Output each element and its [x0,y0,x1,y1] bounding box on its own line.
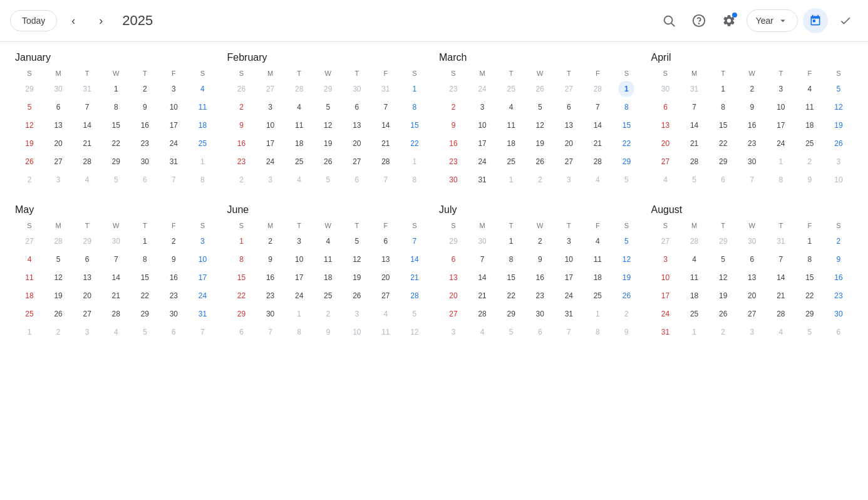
day-cell[interactable]: 20 [50,135,66,152]
day-cell[interactable]: 20 [744,288,760,304]
day-cell[interactable]: 27 [262,81,279,97]
day-cell[interactable]: 12 [349,251,365,268]
month-title-march[interactable]: March [439,52,641,63]
day-cell[interactable]: 31 [658,324,674,340]
day-cell[interactable]: 19 [320,135,336,152]
day-cell[interactable]: 2 [618,306,634,322]
day-cell[interactable]: 8 [234,251,250,268]
day-cell[interactable]: 7 [589,99,606,115]
day-cell[interactable]: 13 [349,117,365,133]
day-cell[interactable]: 6 [830,324,847,340]
day-cell[interactable]: 3 [194,233,210,249]
day-cell[interactable]: 14 [686,117,703,133]
day-cell[interactable]: 10 [561,251,577,268]
day-cell[interactable]: 26 [21,154,38,170]
day-cell[interactable]: 18 [589,269,606,286]
day-cell[interactable]: 28 [291,81,307,97]
day-cell[interactable]: 30 [108,233,124,249]
day-cell[interactable]: 2 [532,172,548,188]
day-cell[interactable]: 13 [744,269,760,286]
day-cell[interactable]: 24 [658,306,674,322]
day-cell[interactable]: 3 [561,233,577,249]
day-cell[interactable]: 7 [406,233,423,249]
day-cell[interactable]: 30 [532,306,548,322]
day-cell[interactable]: 27 [79,306,95,322]
day-cell[interactable]: 5 [830,81,847,97]
day-cell[interactable]: 17 [291,269,307,286]
day-cell[interactable]: 4 [503,99,519,115]
day-cell[interactable]: 3 [445,324,462,340]
day-cell[interactable]: 24 [262,154,279,170]
day-cell[interactable]: 3 [349,306,365,322]
day-cell[interactable]: 10 [194,251,210,268]
day-cell[interactable]: 2 [234,99,250,115]
day-cell[interactable]: 1 [291,306,307,322]
day-cell[interactable]: 29 [445,233,462,249]
day-cell[interactable]: 28 [589,81,606,97]
prev-button[interactable]: ‹ [62,9,85,32]
day-cell[interactable]: 13 [378,251,394,268]
day-cell[interactable]: 31 [474,172,490,188]
day-cell[interactable]: 17 [658,288,674,304]
day-cell[interactable]: 30 [349,81,365,97]
day-cell[interactable]: 27 [658,154,674,170]
day-cell[interactable]: 4 [194,81,210,97]
day-cell[interactable]: 2 [21,172,38,188]
day-cell[interactable]: 7 [686,99,703,115]
day-cell[interactable]: 2 [830,233,847,249]
day-cell[interactable]: 29 [108,154,124,170]
day-cell[interactable]: 10 [349,324,365,340]
day-cell[interactable]: 15 [108,117,124,133]
day-cell[interactable]: 12 [830,99,847,115]
day-cell[interactable]: 24 [474,154,490,170]
day-cell[interactable]: 18 [503,135,519,152]
day-cell[interactable]: 2 [445,99,462,115]
day-cell[interactable]: 12 [320,117,336,133]
day-cell[interactable]: 21 [108,288,124,304]
day-cell[interactable]: 26 [532,81,548,97]
day-cell[interactable]: 2 [50,324,66,340]
day-cell[interactable]: 12 [618,251,634,268]
day-cell[interactable]: 13 [50,117,66,133]
day-cell[interactable]: 30 [445,172,462,188]
day-cell[interactable]: 1 [108,81,124,97]
day-cell[interactable]: 29 [137,306,153,322]
day-cell[interactable]: 27 [658,233,674,249]
day-cell[interactable]: 23 [445,81,462,97]
day-cell[interactable]: 19 [349,269,365,286]
day-cell[interactable]: 4 [474,324,490,340]
day-cell[interactable]: 8 [108,99,124,115]
day-cell[interactable]: 12 [715,269,731,286]
task-check-button[interactable] [833,8,858,33]
day-cell[interactable]: 23 [830,288,847,304]
day-cell[interactable]: 21 [378,135,394,152]
day-cell[interactable]: 8 [406,172,423,188]
day-cell[interactable]: 30 [744,233,760,249]
day-cell[interactable]: 3 [165,81,182,97]
day-cell[interactable]: 16 [830,269,847,286]
day-cell[interactable]: 5 [137,324,153,340]
day-cell[interactable]: 24 [474,81,490,97]
day-cell[interactable]: 10 [291,251,307,268]
day-cell[interactable]: 5 [715,251,731,268]
day-cell[interactable]: 4 [291,172,307,188]
day-cell[interactable]: 27 [21,233,38,249]
day-cell[interactable]: 19 [830,117,847,133]
day-cell[interactable]: 21 [589,135,606,152]
day-cell[interactable]: 3 [262,99,279,115]
day-cell[interactable]: 7 [773,251,789,268]
day-cell[interactable]: 16 [744,117,760,133]
day-cell[interactable]: 11 [291,117,307,133]
day-cell[interactable]: 17 [262,135,279,152]
day-cell[interactable]: 1 [21,324,38,340]
day-cell[interactable]: 2 [802,154,818,170]
day-cell[interactable]: 2 [320,306,336,322]
day-cell[interactable]: 24 [773,135,789,152]
day-cell[interactable]: 10 [830,172,847,188]
day-cell[interactable]: 4 [291,99,307,115]
day-cell[interactable]: 7 [561,324,577,340]
day-cell[interactable]: 3 [474,99,490,115]
day-cell[interactable]: 31 [561,306,577,322]
day-cell[interactable]: 23 [445,154,462,170]
day-cell[interactable]: 6 [234,324,250,340]
